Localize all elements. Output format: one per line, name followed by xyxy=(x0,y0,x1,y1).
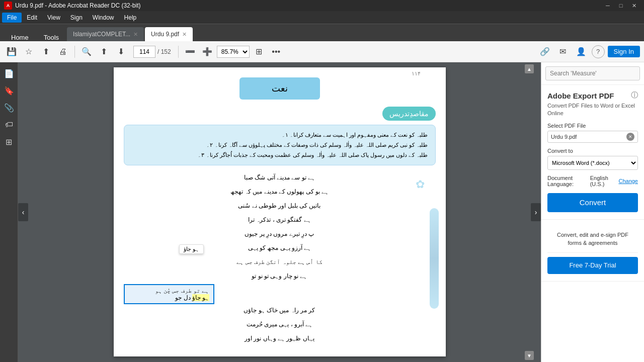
main-content: 📄 🔖 📎 🏷 ⊞ ‹ › ۱۱۴ نعت مقاصدِتدریس طلبہ ک… xyxy=(0,62,644,362)
file-selector[interactable]: Urdu 9.pdf ✕ xyxy=(547,131,638,143)
menu-help[interactable]: Help xyxy=(119,13,142,23)
promo-section: Convert, edit and e-sign PDF forms & agr… xyxy=(541,220,644,282)
search-input[interactable] xyxy=(545,66,640,80)
poetry-line-3: باتیں کی بلبل اور طوطی نے سُنی xyxy=(124,200,436,212)
help-button[interactable]: ? xyxy=(592,45,605,58)
doc-lang-value: English (U.S.) xyxy=(590,175,616,187)
poetry-extra-2: ہے آبرو ، یہی میری حُرمت xyxy=(124,318,436,330)
search-bar xyxy=(541,62,644,85)
tab-urdu-close[interactable]: ✕ xyxy=(182,31,187,38)
decorative-shape xyxy=(430,208,439,309)
page-number-display: ۱۱۴ xyxy=(412,70,421,77)
page-number-input[interactable]: 114 xyxy=(133,46,155,58)
promo-text: Convert, edit and e-sign PDF forms & agr… xyxy=(547,226,638,253)
minimize-button[interactable]: ─ xyxy=(602,1,614,11)
search-button[interactable]: 🔍 xyxy=(79,44,94,59)
change-language-link[interactable]: Change xyxy=(618,178,638,184)
pdf-top-box-text: نعت xyxy=(272,83,288,94)
toolbar-right: 🔗 ✉ 👤 ? Sign In xyxy=(537,44,640,59)
export-pdf-section: Adobe Export PDF ⓘ Convert PDF Files to … xyxy=(541,85,644,220)
poetry-line-1: ہے تو سے مدینے آتی شگ صبا xyxy=(124,171,436,184)
tab-tools[interactable]: Tools xyxy=(37,34,66,41)
poetry-section: ہے تو سے مدینے آتی شگ صبا ہے بو کی پھولو… xyxy=(124,171,436,282)
poetry-extra-1: کر مر راہ میں خاک ہو جاؤں xyxy=(124,304,436,316)
selected-line-2: ہو جاؤ xyxy=(192,294,209,301)
sidebar-icon-tags[interactable]: 🏷 xyxy=(2,118,16,132)
menu-window[interactable]: Window xyxy=(88,13,119,23)
poetry-line-2: ہے بو کی پھولوں کے مدینے میں کہ تھجھ xyxy=(124,186,436,198)
maximize-button[interactable]: □ xyxy=(615,1,627,11)
sidebar-icon-layers[interactable]: ⊞ xyxy=(2,135,16,149)
page-total-label: / 152 xyxy=(157,48,171,55)
scroll-up-button[interactable]: ▲ xyxy=(525,64,534,73)
doc-lang-label: Document Language: xyxy=(547,175,587,187)
left-sidebar: 📄 🔖 📎 🏷 ⊞ xyxy=(0,62,18,362)
convert-to-label: Convert to xyxy=(547,148,638,154)
menu-view[interactable]: View xyxy=(42,13,65,23)
file-clear-button[interactable]: ✕ xyxy=(626,133,634,141)
panel-subtitle: Convert PDF Files to Word or Excel Onlin… xyxy=(547,102,638,118)
zoom-in-button[interactable]: ➕ xyxy=(200,44,215,59)
app-icon: A xyxy=(4,2,12,10)
scroll-controls: ▲ ▼ xyxy=(529,62,536,362)
title-bar: A Urdu 9.pdf - Adobe Acrobat Reader DC (… xyxy=(0,0,644,11)
tab-home[interactable]: Home xyxy=(4,34,36,41)
scroll-down-button[interactable]: ▼ xyxy=(525,351,534,360)
user-button[interactable]: 👤 xyxy=(574,44,589,59)
tab-islamiyat-label: IslamiyatCOMPLET... xyxy=(73,31,130,38)
trial-button[interactable]: Free 7-Day Trial xyxy=(547,257,638,274)
pdf-viewer: ‹ › ۱۱۴ نعت مقاصدِتدریس طلبہ کو نعت کے م… xyxy=(18,62,541,362)
tab-bar: Home Tools IslamiyatCOMPLET... ✕ Urdu 9.… xyxy=(0,24,644,41)
menu-file[interactable]: File xyxy=(2,13,22,23)
tab-urdu-label: Urdu 9.pdf xyxy=(151,31,179,38)
convert-button[interactable]: Convert xyxy=(547,193,638,212)
view-mode-button[interactable]: ⊞ xyxy=(252,44,267,59)
sidebar-icon-pages[interactable]: 📄 xyxy=(2,66,16,80)
close-button[interactable]: ✕ xyxy=(628,1,640,11)
link-button[interactable]: 🔗 xyxy=(537,44,552,59)
poetry-line-4: ہے گفتگو تری ، تذکرہ ترا xyxy=(124,214,436,226)
selected-text-area: ہے تو طرف جس چُن ہو ہو جاؤ دل جو ہو جاؤ xyxy=(124,284,436,304)
panel-title: Adobe Export PDF ⓘ xyxy=(547,91,638,100)
pdf-page: ۱۱۴ نعت مقاصدِتدریس طلبہ کو نعت کے معنی … xyxy=(114,67,446,356)
pdf-header-badge: مقاصدِتدریس xyxy=(382,107,436,121)
tab-islamiyat[interactable]: IslamiyatCOMPLET... ✕ xyxy=(67,27,144,41)
menu-bar: File Edit View Sign Window Help xyxy=(0,11,644,24)
tab-urdu[interactable]: Urdu 9.pdf ✕ xyxy=(145,27,193,41)
prev-page-button[interactable]: ⬆ xyxy=(96,44,111,59)
select-file-label: Select PDF File xyxy=(547,123,638,129)
sign-in-button[interactable]: Sign In xyxy=(608,46,640,57)
content-line-3: طلبہ کے دلوں میں رسول پاک صلی اللہ علیہ … xyxy=(131,150,428,160)
save-button[interactable]: 💾 xyxy=(4,44,19,59)
context-tooltip: ہو جاؤ xyxy=(179,244,204,254)
share-button[interactable]: ⬆ xyxy=(38,44,53,59)
zoom-out-button[interactable]: ➖ xyxy=(183,44,198,59)
panel-info-icon[interactable]: ⓘ xyxy=(631,91,638,100)
selected-line-1: ہے تو طرف جس چُن ہو xyxy=(129,287,209,294)
menu-edit[interactable]: Edit xyxy=(22,13,42,23)
content-line-2: طلبہ کو نبی کریم صلی اللہ علیہ واٰلہ وسل… xyxy=(131,140,428,150)
more-tools-button[interactable]: ••• xyxy=(269,44,284,59)
print-button[interactable]: 🖨 xyxy=(55,44,70,59)
text-selection: ہے تو طرف جس چُن ہو ہو جاؤ دل جو xyxy=(124,284,214,304)
window-controls: ─ □ ✕ xyxy=(602,1,640,11)
email-button[interactable]: ✉ xyxy=(555,44,571,59)
poetry-line-7: کا اُس ہے جلوہ آنگن طرف جس ہے xyxy=(124,256,436,268)
toolbar: 💾 ☆ ⬆ 🖨 🔍 ⬆ ⬇ 114 / 152 ➖ ➕ 85.7% 100% 1… xyxy=(0,41,644,62)
menu-sign[interactable]: Sign xyxy=(65,13,88,23)
format-select[interactable]: Microsoft Word (*.docx) Microsoft Excel … xyxy=(547,156,638,170)
right-panel: Adobe Export PDF ⓘ Convert PDF Files to … xyxy=(541,62,644,362)
toolbar-separator-2 xyxy=(178,46,179,58)
pdf-top-box: نعت xyxy=(239,77,320,100)
content-line-1: طلبہ کو نعت کے معنی ومفہوم اور اہمیت سے … xyxy=(131,130,428,140)
next-page-button[interactable]: ⬇ xyxy=(113,44,128,59)
file-name-display: Urdu 9.pdf xyxy=(551,134,626,140)
sidebar-icon-bookmarks[interactable]: 🔖 xyxy=(2,83,16,98)
poetry-line-6: ہے آرزو یہی مجھ کو یہی xyxy=(124,242,436,254)
pdf-prev-page[interactable]: ‹ xyxy=(18,203,28,221)
toolbar-separator xyxy=(74,46,75,58)
tab-islamiyat-close[interactable]: ✕ xyxy=(133,31,138,38)
zoom-select[interactable]: 85.7% 100% 125% 150% xyxy=(217,46,250,58)
sidebar-icon-attachments[interactable]: 📎 xyxy=(2,101,16,115)
bookmark-button[interactable]: ☆ xyxy=(21,44,36,59)
